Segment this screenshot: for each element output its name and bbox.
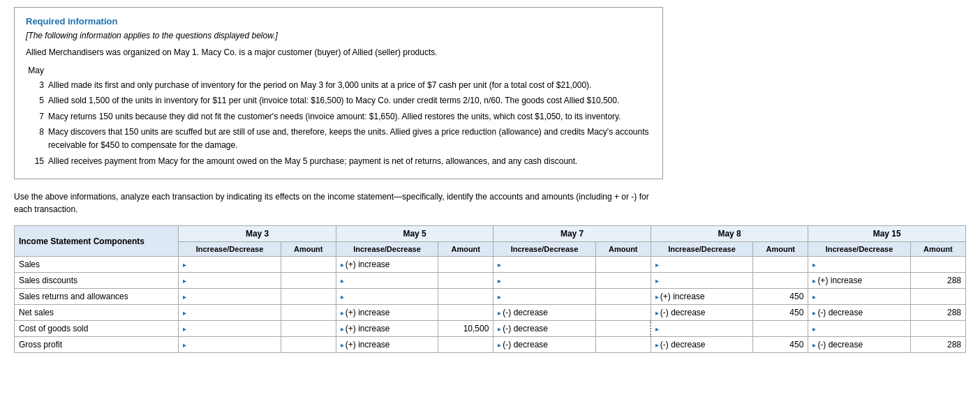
amount-may5-4[interactable]: 10,500 [438,321,493,337]
incdec-may15-3[interactable]: ▸(-) decrease [808,305,910,321]
incdec-may7-4[interactable]: ▸(-) decrease [493,321,595,337]
incdec-may8-2[interactable]: ▸(+) increase [651,289,752,305]
sub-header-may5-incdec: Increase/Decrease [336,242,438,257]
incdec-may3-5[interactable]: ▸ [179,337,281,353]
dropdown-arrow-icon[interactable]: ▸ [341,277,344,285]
dropdown-arrow-icon[interactable]: ▸ [812,293,816,301]
dropdown-arrow-icon[interactable]: ▸ [655,341,659,349]
dropdown-arrow-icon[interactable]: ▸ [655,293,659,301]
incdec-may15-2[interactable]: ▸ [808,289,910,305]
incdec-may15-5[interactable]: ▸(-) decrease [808,337,910,353]
incdec-may7-1[interactable]: ▸ [493,273,595,289]
amount-may15-2[interactable] [910,289,965,305]
incdec-may15-0[interactable]: ▸ [808,257,910,273]
dropdown-arrow-icon[interactable]: ▸ [812,261,816,269]
sub-header-may7-amount: Amount [595,242,651,257]
incdec-may5-3[interactable]: ▸(+) increase [336,305,438,321]
amount-may15-3[interactable]: 288 [910,305,965,321]
amount-may7-0[interactable] [595,257,651,273]
dropdown-arrow-icon[interactable]: ▸ [498,309,501,317]
amount-may7-5[interactable] [595,337,651,353]
dropdown-arrow-icon[interactable]: ▸ [498,293,501,301]
amount-may3-1[interactable] [281,273,336,289]
dropdown-arrow-icon[interactable]: ▸ [655,261,659,269]
dropdown-arrow-icon[interactable]: ▸ [498,277,501,285]
amount-may15-1[interactable]: 288 [910,273,965,289]
amount-may5-2[interactable] [438,289,493,305]
incdec-may5-5[interactable]: ▸(+) increase [336,337,438,353]
amount-may8-1[interactable] [753,273,808,289]
dropdown-arrow-icon[interactable]: ▸ [655,309,659,317]
may-num-15: 15 [26,155,48,168]
income-statement-table-wrapper: Income Statement Components May 3 May 5 … [14,225,966,353]
dropdown-arrow-icon[interactable]: ▸ [812,309,816,317]
incdec-may5-2[interactable]: ▸ [336,289,438,305]
incdec-may3-2[interactable]: ▸ [179,289,281,305]
row-label-2: Sales returns and allowances [15,289,179,305]
dropdown-arrow-icon[interactable]: ▸ [183,341,186,349]
amount-may5-0[interactable] [438,257,493,273]
amount-may3-2[interactable] [281,289,336,305]
incdec-may3-1[interactable]: ▸ [179,273,281,289]
incdec-may5-1[interactable]: ▸ [336,273,438,289]
row-label-3: Net sales [15,305,179,321]
incdec-may8-1[interactable]: ▸ [651,273,752,289]
dropdown-arrow-icon[interactable]: ▸ [341,309,344,317]
incdec-may7-2[interactable]: ▸ [493,289,595,305]
dropdown-arrow-icon[interactable]: ▸ [655,277,659,285]
amount-may3-5[interactable] [281,337,336,353]
amount-may8-5[interactable]: 450 [753,337,808,353]
incdec-may5-4[interactable]: ▸(+) increase [336,321,438,337]
dropdown-arrow-icon[interactable]: ▸ [341,341,344,349]
amount-may15-0[interactable] [910,257,965,273]
amount-may7-4[interactable] [595,321,651,337]
dropdown-arrow-icon[interactable]: ▸ [183,277,186,285]
amount-may7-2[interactable] [595,289,651,305]
amount-may15-5[interactable]: 288 [910,337,965,353]
dropdown-arrow-icon[interactable]: ▸ [498,261,501,269]
incdec-may15-4[interactable]: ▸ [808,321,910,337]
dropdown-arrow-icon[interactable]: ▸ [341,293,344,301]
incdec-may15-1[interactable]: ▸(+) increase [808,273,910,289]
incdec-may8-0[interactable]: ▸ [651,257,752,273]
incdec-may7-5[interactable]: ▸(-) decrease [493,337,595,353]
incdec-may8-4[interactable]: ▸ [651,321,752,337]
dropdown-arrow-icon[interactable]: ▸ [498,325,501,333]
incdec-may3-3[interactable]: ▸ [179,305,281,321]
dropdown-arrow-icon[interactable]: ▸ [341,261,344,269]
dropdown-arrow-icon[interactable]: ▸ [183,261,186,269]
dropdown-arrow-icon[interactable]: ▸ [341,325,344,333]
dropdown-arrow-icon[interactable]: ▸ [498,341,501,349]
amount-may3-4[interactable] [281,321,336,337]
amount-may5-3[interactable] [438,305,493,321]
amount-may8-0[interactable] [753,257,808,273]
incdec-may8-5[interactable]: ▸(-) decrease [651,337,752,353]
amount-may5-5[interactable] [438,337,493,353]
amount-may8-2[interactable]: 450 [753,289,808,305]
incdec-text: (+) increase [817,276,862,285]
income-statement-table: Income Statement Components May 3 May 5 … [14,225,966,353]
dropdown-arrow-icon[interactable]: ▸ [183,309,186,317]
amount-may3-0[interactable] [281,257,336,273]
incdec-may3-0[interactable]: ▸ [179,257,281,273]
incdec-may3-4[interactable]: ▸ [179,321,281,337]
incdec-may5-0[interactable]: ▸(+) increase [336,257,438,273]
dropdown-arrow-icon[interactable]: ▸ [812,341,816,349]
dropdown-arrow-icon[interactable]: ▸ [183,293,186,301]
amount-may8-4[interactable] [753,321,808,337]
dropdown-arrow-icon[interactable]: ▸ [183,325,186,333]
dropdown-arrow-icon[interactable]: ▸ [812,325,816,333]
incdec-may8-3[interactable]: ▸(-) decrease [651,305,752,321]
incdec-may7-3[interactable]: ▸(-) decrease [493,305,595,321]
amount-may8-3[interactable]: 450 [753,305,808,321]
dropdown-arrow-icon[interactable]: ▸ [812,277,816,285]
incdec-may7-0[interactable]: ▸ [493,257,595,273]
amount-may7-3[interactable] [595,305,651,321]
incdec-text: (-) decrease [817,308,863,317]
table-row: Gross profit▸▸(+) increase▸(-) decrease▸… [15,337,966,353]
amount-may15-4[interactable] [910,321,965,337]
amount-may3-3[interactable] [281,305,336,321]
amount-may7-1[interactable] [595,273,651,289]
amount-may5-1[interactable] [438,273,493,289]
dropdown-arrow-icon[interactable]: ▸ [655,325,659,333]
